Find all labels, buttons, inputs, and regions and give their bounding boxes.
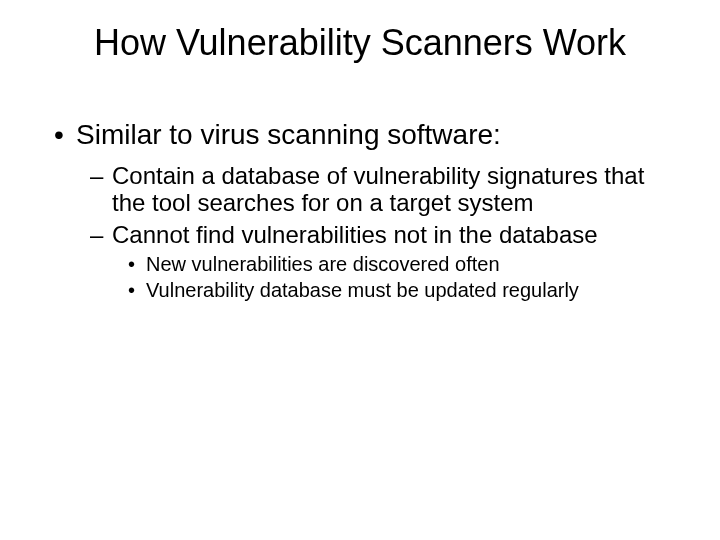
slide-title: How Vulnerability Scanners Work: [0, 22, 720, 64]
bullet-level1: Similar to virus scanning software:: [54, 118, 674, 152]
bullet-level2: Contain a database of vulnerability sign…: [54, 162, 674, 217]
bullet-level2: Cannot find vulnerabilities not in the d…: [54, 221, 674, 249]
bullet-level3: New vulnerabilities are discovered often: [54, 252, 674, 276]
slide: How Vulnerability Scanners Work Similar …: [0, 0, 720, 540]
slide-body: Similar to virus scanning software: Cont…: [54, 118, 674, 304]
bullet-level3: Vulnerability database must be updated r…: [54, 278, 674, 302]
